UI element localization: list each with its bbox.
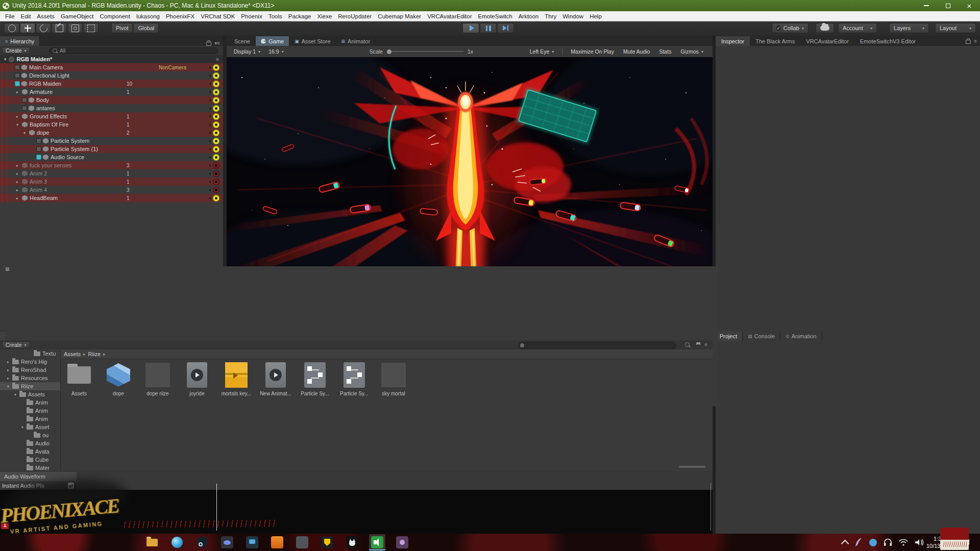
taskbar-app-button[interactable]: [169, 534, 185, 550]
view-tab[interactable]: Scene: [227, 36, 256, 46]
folder-tree-item[interactable]: Cube: [0, 456, 60, 464]
eye-visibility-toggle[interactable]: [213, 195, 219, 202]
folder-tree-item[interactable]: ▾ Asset: [0, 423, 60, 431]
folder-tree-item[interactable]: Anim: [0, 415, 60, 423]
eye-visibility-toggle[interactable]: [213, 138, 219, 144]
menu-item[interactable]: Edit: [18, 13, 34, 19]
folder-tree-item[interactable]: Textu: [0, 349, 60, 358]
eye-visibility-toggle[interactable]: [213, 105, 219, 112]
menu-item[interactable]: Component: [96, 13, 133, 19]
hierarchy-row[interactable]: ▸ HeadBeam 1: [0, 194, 223, 202]
menu-item[interactable]: VRChat SDK: [198, 13, 238, 19]
menu-item[interactable]: Cubemap Maker: [375, 13, 424, 19]
taskbar-app-button[interactable]: [244, 534, 260, 550]
menu-item[interactable]: EmoteSwitch: [475, 13, 516, 19]
hierarchy-row[interactable]: ▾ dope 2: [0, 129, 223, 137]
expand-arrow-icon[interactable]: ▸: [16, 171, 22, 176]
hierarchy-row[interactable]: Main Camera NonCamera: [0, 63, 223, 71]
taskbar-app-button[interactable]: [269, 534, 285, 550]
mute-audio-toggle[interactable]: Mute Audio: [619, 47, 654, 56]
eye-visibility-toggle[interactable]: [213, 72, 219, 79]
pivot-toggle[interactable]: Pivot: [111, 23, 133, 33]
tab-hierarchy[interactable]: ≡Hierarchy: [0, 36, 40, 46]
collab-button[interactable]: ✓Collab: [772, 23, 808, 33]
expand-arrow-icon[interactable]: ▸: [7, 376, 12, 381]
audio-waveform-tab[interactable]: Audio Waveform: [0, 472, 77, 481]
eye-visibility-toggle[interactable]: [213, 162, 219, 169]
global-toggle[interactable]: Global: [133, 23, 159, 33]
eye-visibility-toggle[interactable]: [213, 64, 219, 71]
play-button[interactable]: [462, 23, 479, 33]
scale-slider-knob[interactable]: [387, 49, 391, 54]
expand-arrow-icon[interactable]: ▾: [21, 425, 27, 430]
menu-item[interactable]: Thry: [542, 13, 559, 19]
cloud-button[interactable]: [816, 23, 834, 33]
waveform-timeline[interactable]: [0, 490, 713, 534]
instant-audio-checkbox[interactable]: [68, 483, 74, 489]
minimize-button[interactable]: [916, 0, 937, 11]
panel-menu-icon[interactable]: ≡: [704, 342, 707, 347]
folder-tree-item[interactable]: Mater: [0, 464, 60, 470]
expand-arrow-icon[interactable]: ▾: [14, 392, 19, 397]
display-dropdown[interactable]: Display 1: [230, 47, 264, 56]
hierarchy-row[interactable]: ▸ Anim 3 1: [0, 178, 223, 186]
hierarchy-row[interactable]: Audio Source: [0, 153, 223, 161]
breadcrumb-item[interactable]: Assets: [64, 351, 81, 357]
expand-arrow-icon[interactable]: ▸: [16, 90, 22, 94]
menu-item[interactable]: VRCAvatarEditor: [424, 13, 475, 19]
scene-header[interactable]: ▾ RGB Maiden* ≡: [0, 55, 223, 63]
scene-menu-icon[interactable]: ≡: [216, 57, 219, 62]
expand-arrow-icon[interactable]: ▸: [7, 368, 12, 372]
menu-item[interactable]: ReroUpdater: [335, 13, 375, 19]
menu-item[interactable]: Tools: [265, 13, 285, 19]
horizontal-scrollbar[interactable]: [679, 466, 705, 468]
taskbar-app-button[interactable]: [319, 534, 335, 550]
view-tab[interactable]: Game: [256, 36, 289, 46]
hand-tool-button[interactable]: [4, 23, 19, 33]
taskbar-app-button[interactable]: [219, 534, 235, 550]
eye-visibility-toggle[interactable]: [213, 97, 219, 104]
active-toggle[interactable]: [15, 81, 20, 86]
taskbar-app-button[interactable]: [194, 534, 210, 550]
rect-tool-button[interactable]: [67, 23, 83, 33]
expand-arrow-icon[interactable]: ▸: [7, 360, 12, 364]
hierarchy-row[interactable]: Particle System: [0, 137, 223, 145]
eye-visibility-toggle[interactable]: [213, 154, 219, 161]
bottom-tab[interactable]: Animation: [780, 331, 822, 341]
eye-visibility-toggle[interactable]: [213, 187, 219, 193]
folder-tree-item[interactable]: ▾ Riize: [0, 382, 60, 390]
taskbar-app-button[interactable]: [144, 534, 160, 550]
expand-arrow-icon[interactable]: ▸: [16, 114, 22, 119]
transform-tool-button[interactable]: [83, 23, 99, 33]
active-toggle[interactable]: [36, 138, 41, 143]
maximize-button[interactable]: [937, 0, 959, 11]
menu-item[interactable]: Assets: [34, 13, 58, 19]
move-tool-button[interactable]: [20, 23, 35, 33]
asset-item[interactable]: joyride: [181, 361, 213, 396]
taskbar-app-button[interactable]: [394, 534, 410, 550]
asset-item[interactable]: New Animat...: [259, 361, 292, 396]
active-toggle[interactable]: [15, 73, 20, 78]
blue-app-tray-icon[interactable]: [869, 539, 877, 546]
folder-tree-item[interactable]: ▸ Rero's Hig: [0, 358, 60, 366]
scale-slider[interactable]: [387, 51, 463, 52]
lock-icon[interactable]: [966, 40, 971, 44]
menu-item[interactable]: Phoenix: [238, 13, 265, 19]
menu-item[interactable]: GameObject: [58, 13, 97, 19]
hierarchy-row[interactable]: ▸ Armature 1: [0, 88, 223, 96]
hierarchy-row[interactable]: antares: [0, 104, 223, 112]
menu-item[interactable]: Arktoon: [516, 13, 542, 19]
hierarchy-row[interactable]: ▸ Ground Effects 1: [0, 112, 223, 120]
eye-visibility-toggle[interactable]: [213, 121, 219, 128]
project-create-button[interactable]: Create: [2, 341, 30, 348]
expand-arrow-icon[interactable]: ▸: [16, 180, 22, 184]
expand-arrow-icon[interactable]: ▸: [16, 196, 22, 201]
inspector-tab[interactable]: The Black Arms: [750, 36, 800, 46]
tray-chevron-up-icon[interactable]: [841, 539, 849, 547]
inspector-tab[interactable]: VRCAvatarEditor: [800, 36, 854, 46]
view-tab[interactable]: Animator: [336, 36, 376, 46]
folder-tree-item[interactable]: ou: [0, 431, 60, 439]
asset-item[interactable]: mortals key...: [220, 361, 253, 396]
hierarchy-row[interactable]: ▸ fuck your senses 3: [0, 161, 223, 169]
wifi-icon[interactable]: [899, 539, 908, 546]
